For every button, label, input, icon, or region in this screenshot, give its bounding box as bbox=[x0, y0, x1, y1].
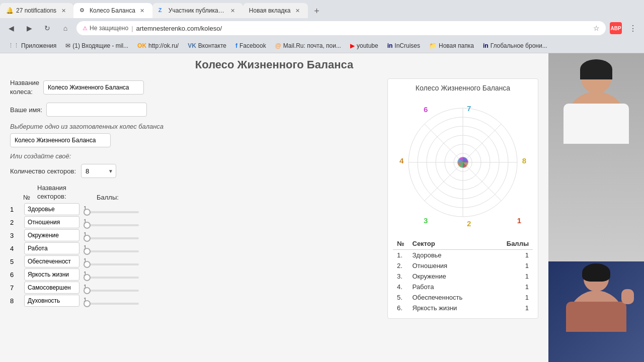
address-input[interactable]: ⚠ Не защищено | artemnesterenko.com/kole… bbox=[76, 21, 606, 35]
sector-name-input-1[interactable] bbox=[24, 203, 79, 215]
data-table-header-row: № Сектор Баллы bbox=[393, 238, 533, 250]
cell-score-4: 1 bbox=[490, 292, 533, 303]
tab-zoom[interactable]: Z Участник публикации - Zoom ✕ bbox=[152, 3, 243, 18]
bookmarks-bar: ⋮⋮ Приложения ✉ (1) Входящие - mil... OK… bbox=[0, 38, 644, 53]
sectors-select-wrapper: 8 6 7 9 10 ▼ bbox=[81, 164, 116, 178]
page-title: Колесо Жизненного Баланса bbox=[0, 58, 548, 71]
tab-new-close[interactable]: ✕ bbox=[294, 7, 302, 15]
sector-slider-group-8: 1 bbox=[84, 297, 382, 305]
tab-koleso[interactable]: ⚙ Колесо Баланса ✕ bbox=[73, 3, 152, 18]
bookmark-vk-label: Вконтакте bbox=[198, 42, 226, 49]
tab-notifications-title: 27 notifications bbox=[16, 7, 56, 14]
sector-slider-group-3: 1 bbox=[84, 231, 382, 239]
vk-icon: VK bbox=[188, 42, 196, 49]
koleso-tab-icon: ⚙ bbox=[79, 7, 87, 14]
wheel-name-label: Названиеколеса: bbox=[10, 78, 39, 97]
cell-sector-4: Обеспеченность bbox=[409, 292, 491, 303]
adblock-extension[interactable]: ABP bbox=[610, 22, 622, 34]
sector-name-input-2[interactable] bbox=[24, 216, 79, 228]
zoom-icon: Z bbox=[158, 7, 166, 14]
bookmark-apps-label: Приложения bbox=[21, 42, 56, 49]
data-table-row: 1. Здоровье 1 bbox=[393, 250, 533, 261]
new-tab-button[interactable]: + bbox=[310, 4, 324, 18]
bookmark-apps[interactable]: ⋮⋮ Приложения bbox=[4, 41, 60, 50]
home-button[interactable]: ⌂ bbox=[58, 21, 72, 35]
bookmark-facebook[interactable]: f Facebook bbox=[231, 41, 270, 50]
forward-button[interactable]: ▶ bbox=[22, 21, 36, 35]
youtube-icon: ▶ bbox=[350, 42, 355, 49]
your-name-input[interactable] bbox=[46, 103, 147, 117]
browser-chrome: 🔔 27 notifications ✕ ⚙ Колесо Баланса ✕ … bbox=[0, 0, 644, 53]
sectors-count-select[interactable]: 8 6 7 9 10 bbox=[81, 164, 116, 178]
sector-slider-2[interactable] bbox=[84, 224, 139, 226]
content-area: Колесо Жизненного Баланса Названиеколеса… bbox=[0, 53, 644, 362]
data-table-row: 2. Отношения 1 bbox=[393, 260, 533, 271]
sector-slider-group-2: 1 bbox=[84, 218, 382, 226]
radar-chart-svg bbox=[397, 97, 528, 228]
back-button[interactable]: ◀ bbox=[4, 21, 18, 35]
sector-name-input-6[interactable] bbox=[24, 268, 79, 281]
chart-title: Колесо Жизненного Баланса bbox=[393, 84, 533, 92]
mailru-icon: @ bbox=[275, 42, 281, 49]
your-name-label: Ваше имя: bbox=[10, 106, 42, 114]
sector-slider-6[interactable] bbox=[84, 277, 139, 279]
bookmark-global[interactable]: in Глобальное брони... bbox=[479, 41, 551, 50]
video-bottom-hand bbox=[621, 289, 634, 304]
sector-slider-4[interactable] bbox=[84, 250, 139, 252]
sector-slider-1[interactable] bbox=[84, 211, 139, 213]
sectors-count-row: Количество секторов: 8 6 7 9 10 ▼ bbox=[10, 164, 382, 178]
chart-panel: Колесо Жизненного Баланса bbox=[387, 78, 538, 319]
sector-name-input-4[interactable] bbox=[24, 242, 79, 254]
tab-new[interactable]: Новая вкладка ✕ bbox=[243, 3, 308, 18]
sector-slider-8[interactable] bbox=[84, 303, 139, 305]
bookmark-star-icon[interactable]: ☆ bbox=[593, 24, 600, 32]
col-no-th: № bbox=[393, 238, 409, 250]
reload-button[interactable]: ↻ bbox=[40, 21, 54, 35]
cell-sector-2: Окружение bbox=[409, 271, 491, 282]
create-own-section: Или создайте своё: bbox=[10, 152, 382, 160]
sectors-table-header: № Названиясекторов: Баллы: bbox=[10, 184, 382, 201]
sector-slider-5[interactable] bbox=[84, 263, 139, 265]
tab-zoom-close[interactable]: ✕ bbox=[229, 7, 237, 15]
sector-slider-group-5: 1 bbox=[84, 257, 382, 265]
tab-koleso-close[interactable]: ✕ bbox=[138, 7, 146, 15]
sector-name-input-3[interactable] bbox=[24, 229, 79, 241]
sectors-count-label: Количество секторов: bbox=[10, 167, 76, 175]
data-table: № Сектор Баллы 1. Здоровье 1 2. Отношени… bbox=[393, 238, 533, 313]
bookmark-folder[interactable]: 📁 Новая папка bbox=[425, 41, 478, 50]
create-own-label: Или создайте своё: bbox=[10, 152, 382, 160]
incruises-icon: in bbox=[387, 42, 393, 49]
svg-line-9 bbox=[463, 162, 502, 201]
cell-score-0: 1 bbox=[490, 250, 533, 261]
form-panel: Названиеколеса: Ваше имя: Выберите одно … bbox=[10, 78, 382, 319]
your-name-row: Ваше имя: bbox=[10, 103, 382, 117]
cell-no-2: 3. bbox=[393, 271, 409, 282]
cell-sector-1: Отношения bbox=[409, 260, 491, 271]
data-table-row: 3. Окружение 1 bbox=[393, 271, 533, 282]
bookmark-ok[interactable]: OK http://ok.ru/ bbox=[133, 41, 183, 50]
tab-notifications[interactable]: 🔔 27 notifications ✕ bbox=[0, 3, 73, 18]
bookmark-youtube[interactable]: ▶ youtube bbox=[346, 41, 382, 50]
sector-name-input-5[interactable] bbox=[24, 255, 79, 267]
sector-name-input-8[interactable] bbox=[24, 295, 79, 307]
menu-button[interactable]: ⋮ bbox=[626, 21, 640, 35]
sector-slider-3[interactable] bbox=[84, 237, 139, 239]
tab-notifications-close[interactable]: ✕ bbox=[59, 7, 67, 15]
bookmark-vk[interactable]: VK Вконтакте bbox=[184, 41, 230, 50]
sector-row-3: 3 1 bbox=[10, 229, 382, 241]
folder-icon: 📁 bbox=[429, 42, 437, 49]
sector-slider-7[interactable] bbox=[84, 290, 139, 292]
bookmark-mailru[interactable]: @ Mail.Ru: почта, пои... bbox=[271, 41, 345, 50]
bookmark-mail[interactable]: ✉ (1) Входящие - mil... bbox=[61, 41, 132, 50]
main-layout: Названиеколеса: Ваше имя: Выберите одно … bbox=[0, 78, 548, 319]
cell-no-0: 1. bbox=[393, 250, 409, 261]
sector-name-input-7[interactable] bbox=[24, 282, 79, 294]
tab-zoom-title: Участник публикации - Zoom bbox=[169, 7, 226, 14]
cell-score-5: 1 bbox=[490, 303, 533, 313]
chart-label-1: 1 bbox=[517, 216, 521, 225]
bookmark-incruises[interactable]: in InCruises bbox=[383, 41, 424, 50]
svg-line-13 bbox=[425, 124, 463, 163]
wheel-name-input[interactable] bbox=[43, 80, 144, 95]
col-score-th: Баллы bbox=[490, 238, 533, 250]
preset-select[interactable]: Колесо Жизненного Баланса bbox=[10, 133, 111, 147]
